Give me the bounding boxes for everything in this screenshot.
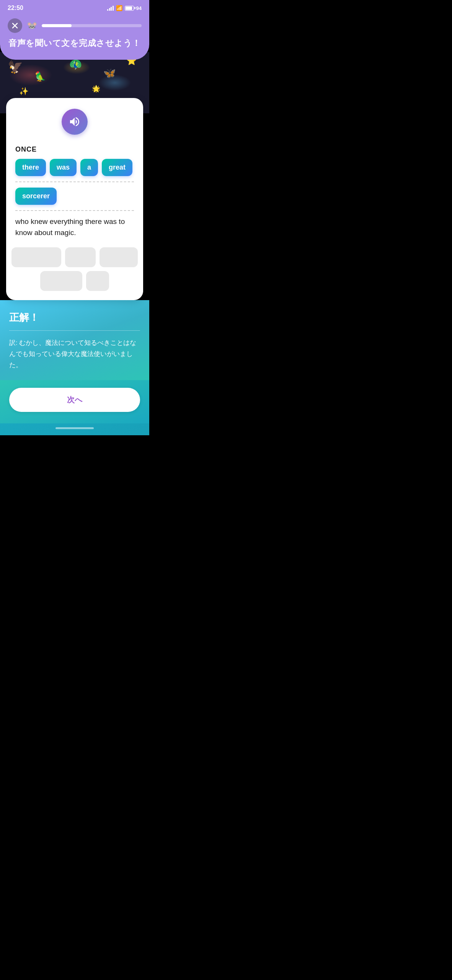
bird-1: 🦅 xyxy=(8,60,23,74)
dashed-divider-1 xyxy=(15,181,134,182)
home-indicator xyxy=(0,423,149,435)
next-button-area: 次へ xyxy=(0,380,149,423)
close-button[interactable] xyxy=(8,18,22,33)
next-button[interactable]: 次へ xyxy=(9,388,140,412)
speaker-icon xyxy=(69,116,81,128)
progress-bar xyxy=(42,24,142,27)
word-tokens-row1: there was a great xyxy=(15,159,134,176)
dashed-divider-2 xyxy=(15,210,134,211)
word-token-sorcerer[interactable]: sorcerer xyxy=(15,188,57,205)
once-label: ONCE xyxy=(15,145,134,154)
header-title: 音声を聞いて文を完成させよう！ xyxy=(8,38,141,49)
status-time: 22:50 xyxy=(8,5,23,11)
result-translation: 訳: むかし、魔法について知るべきことはなんでも知っている偉大な魔法使いがいまし… xyxy=(9,338,140,371)
word-token-was[interactable]: was xyxy=(50,159,77,176)
result-panel: 正解！ 訳: むかし、魔法について知るべきことはなんでも知っている偉大な魔法使い… xyxy=(0,300,149,380)
answer-slots-area xyxy=(15,247,134,291)
bird-2: 🦜 xyxy=(34,71,46,82)
answer-row-2 xyxy=(40,271,109,291)
status-bar: 22:50 📶 94 xyxy=(0,0,149,15)
bird-4: 🦋 xyxy=(103,67,116,79)
answer-slot-2[interactable] xyxy=(65,247,96,267)
signal-icon xyxy=(107,6,114,11)
battery-label: 94 xyxy=(136,5,142,11)
result-title: 正解！ xyxy=(9,311,140,324)
mickey-icon: 🐭 xyxy=(27,21,37,31)
audio-button-area xyxy=(15,109,134,135)
answer-slot-3[interactable] xyxy=(100,247,138,267)
main-card: ONCE there was a great sorcerer who knew… xyxy=(6,98,143,300)
answer-slot-5[interactable] xyxy=(86,271,109,291)
header: 🐭 音声を聞いて文を完成させよう！ xyxy=(0,15,149,60)
result-divider xyxy=(9,330,140,331)
star-1: ✨ xyxy=(19,87,29,96)
remaining-sentence: who knew everything there was to know ab… xyxy=(15,216,134,238)
header-top: 🐭 xyxy=(8,18,142,33)
answer-slot-4[interactable] xyxy=(40,271,82,291)
word-token-a[interactable]: a xyxy=(80,159,98,176)
audio-play-button[interactable] xyxy=(62,109,88,135)
battery-icon xyxy=(125,6,134,11)
word-token-great[interactable]: great xyxy=(102,159,132,176)
answer-slot-1[interactable] xyxy=(11,247,61,267)
answer-row-1 xyxy=(11,247,138,267)
wifi-icon: 📶 xyxy=(116,5,122,11)
status-icons: 📶 94 xyxy=(107,5,142,11)
star-2: 🌟 xyxy=(92,85,100,93)
progress-fill xyxy=(42,24,72,27)
home-bar xyxy=(55,427,94,429)
word-tokens-row2: sorcerer xyxy=(15,188,134,205)
word-token-there[interactable]: there xyxy=(15,159,46,176)
